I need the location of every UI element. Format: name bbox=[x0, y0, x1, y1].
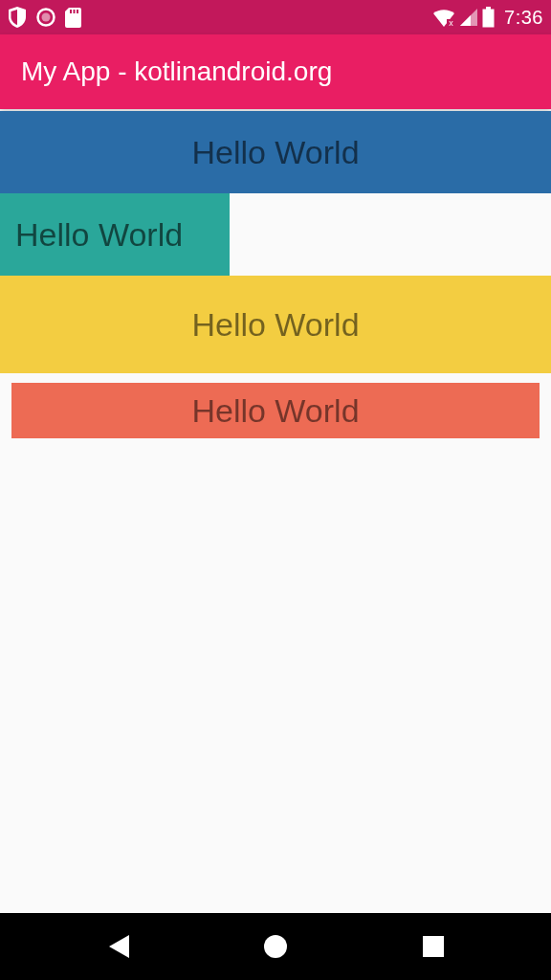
textview-wrap-content-teal: Hello World bbox=[0, 193, 230, 276]
back-button[interactable] bbox=[75, 918, 161, 975]
svg-point-9 bbox=[264, 935, 287, 958]
svg-point-1 bbox=[42, 13, 51, 22]
sd-card-icon bbox=[65, 8, 81, 28]
textview-full-width-yellow: Hello World bbox=[0, 276, 551, 373]
textview-full-width-blue: Hello World bbox=[0, 111, 551, 193]
textview-margin-orange: Hello World bbox=[11, 383, 540, 438]
status-bar: x 7:36 bbox=[0, 0, 551, 34]
svg-rect-10 bbox=[423, 936, 444, 957]
signal-icon bbox=[459, 8, 478, 27]
home-button[interactable] bbox=[232, 918, 319, 975]
navigation-bar bbox=[0, 913, 551, 980]
shield-icon bbox=[8, 7, 27, 28]
recents-button[interactable] bbox=[390, 918, 476, 975]
status-bar-right: x 7:36 bbox=[432, 7, 543, 29]
textview-label: Hello World bbox=[191, 134, 359, 171]
svg-rect-4 bbox=[77, 10, 78, 13]
textview-label: Hello World bbox=[191, 306, 359, 344]
svg-rect-2 bbox=[70, 10, 72, 13]
android-screen: x 7:36 My App - kotlinandroid.org Hello … bbox=[0, 0, 551, 980]
wifi-icon: x bbox=[432, 8, 455, 27]
content-area: Hello World Hello World Hello World Hell… bbox=[0, 111, 551, 913]
home-icon bbox=[262, 933, 289, 960]
textview-wrap-content-container: Hello World bbox=[0, 193, 551, 276]
recents-icon bbox=[422, 935, 445, 958]
status-bar-left bbox=[8, 7, 81, 28]
textview-label: Hello World bbox=[15, 216, 183, 254]
app-title: My App - kotlinandroid.org bbox=[21, 56, 332, 87]
back-icon bbox=[105, 933, 130, 960]
status-time: 7:36 bbox=[504, 7, 543, 29]
battery-icon bbox=[482, 7, 495, 28]
textview-label: Hello World bbox=[191, 392, 359, 430]
textview-margin-container: Hello World bbox=[0, 373, 551, 438]
svg-rect-3 bbox=[74, 10, 76, 13]
svg-text:x: x bbox=[449, 18, 453, 27]
circle-icon bbox=[36, 8, 55, 27]
svg-rect-8 bbox=[483, 10, 495, 28]
app-bar: My App - kotlinandroid.org bbox=[0, 34, 551, 109]
